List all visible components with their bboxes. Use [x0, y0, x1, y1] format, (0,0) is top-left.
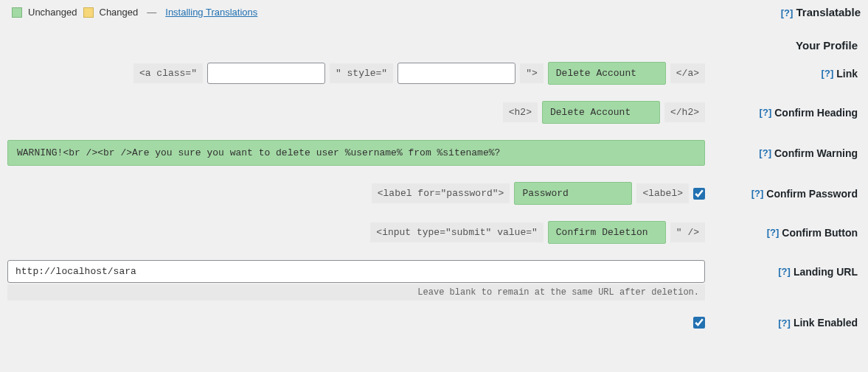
password-suffix: <label> [636, 183, 689, 203]
button-text-input[interactable] [548, 221, 666, 244]
changed-swatch [83, 7, 94, 18]
link-prefix-style: " style=" [330, 63, 393, 83]
link-class-input[interactable] [207, 63, 325, 84]
link-prefix-close: "> [520, 63, 544, 83]
warning-text-input[interactable]: WARNING!<br /><br />Are you sure you wan… [7, 140, 705, 166]
password-label: Confirm Password [766, 188, 858, 200]
link-enabled-help[interactable]: [?] [778, 317, 791, 329]
button-suffix: " /> [670, 222, 705, 242]
password-help[interactable]: [?] [751, 188, 764, 199]
link-style-input[interactable] [397, 63, 515, 84]
button-label: Confirm Button [782, 227, 858, 239]
landing-url-input[interactable] [7, 260, 705, 283]
section-title: Your Profile [796, 39, 858, 52]
heading-suffix: </h2> [664, 102, 705, 122]
translatable-label: Translatable [796, 6, 861, 18]
legend-bar: Unchanged Changed — Installing Translati… [12, 7, 257, 18]
heading-label: Confirm Heading [774, 107, 858, 119]
warning-label: Confirm Warning [774, 147, 858, 159]
changed-label: Changed [100, 7, 139, 18]
password-prefix: <label for="password"> [372, 183, 510, 203]
heading-text-input[interactable] [542, 101, 660, 124]
password-text-input[interactable] [514, 182, 632, 205]
unchanged-swatch [12, 7, 22, 18]
landing-url-help[interactable]: [?] [778, 266, 791, 277]
landing-url-label: Landing URL [794, 266, 858, 278]
button-prefix: <input type="submit" value=" [370, 222, 543, 242]
installing-translations-link[interactable]: Installing Translations [165, 7, 257, 18]
warning-help[interactable]: [?] [759, 147, 771, 158]
link-prefix-aclass: <a class=" [133, 63, 203, 83]
landing-url-helper: Leave blank to remain at the same URL af… [7, 284, 705, 301]
link-enabled-label: Link Enabled [794, 317, 858, 329]
password-checkbox[interactable] [693, 188, 705, 200]
heading-help[interactable]: [?] [760, 107, 772, 118]
link-help[interactable]: [?] [822, 68, 834, 79]
link-enabled-checkbox[interactable] [693, 317, 705, 329]
unchanged-label: Unchanged [28, 7, 77, 18]
link-suffix: </a> [670, 63, 705, 83]
translatable-help[interactable]: [?] [781, 7, 794, 18]
legend-separator: — [147, 7, 156, 18]
link-text-input[interactable] [548, 62, 666, 85]
link-label: Link [836, 68, 858, 80]
button-help[interactable]: [?] [767, 227, 780, 238]
heading-prefix: <h2> [503, 102, 538, 122]
